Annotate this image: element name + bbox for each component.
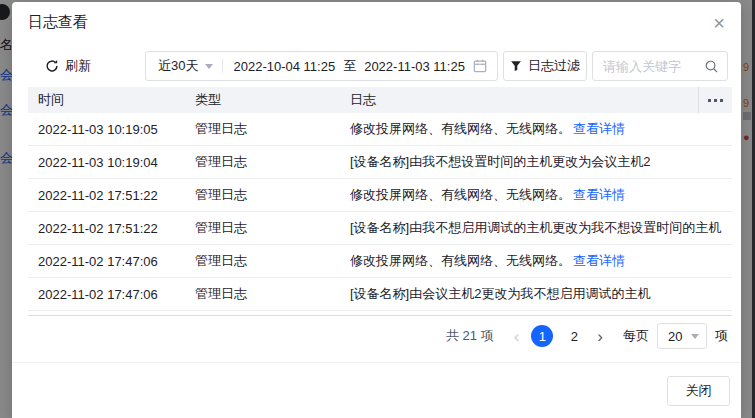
table-row: 2022-11-03 10:19:05 管理日志 修改投屏网络、有线网络、无线网… [28,113,732,146]
search-input[interactable] [603,59,704,74]
log-filter-button[interactable]: 日志过滤 [503,51,587,81]
date-to-value[interactable]: 2022-11-03 11:25 [364,59,465,74]
page-size-select[interactable]: 20 [657,323,707,349]
page-1-button[interactable]: 1 [531,325,553,347]
search-icon[interactable] [704,59,719,74]
search-box [592,51,728,81]
cell-time: 2022-11-02 17:51:22 [28,221,185,236]
divider [222,59,223,73]
prev-page-button[interactable]: ‹ [510,328,524,345]
cell-type: 管理日志 [185,219,340,237]
unit-label: 项 [715,327,728,345]
cell-type: 管理日志 [185,186,340,204]
table-row: 2022-11-02 17:51:22 管理日志 修改投屏网络、有线网络、无线网… [28,179,732,212]
cell-time: 2022-11-03 10:19:05 [28,122,185,137]
cell-log: 修改投屏网络、有线网络、无线网络。查看详情 [340,186,732,204]
log-text: 修改投屏网络、有线网络、无线网络。 [350,187,571,202]
table-body: 2022-11-03 10:19:05 管理日志 修改投屏网络、有线网络、无线网… [28,113,732,311]
dialog-close-icon[interactable]: × [705,9,733,37]
cell-time: 2022-11-02 17:47:06 [28,287,185,302]
filter-label: 日志过滤 [528,57,580,75]
table-row: 2022-11-03 10:19:04 管理日志 [设备名称]由我不想设置时间的… [28,146,732,179]
log-text: 修改投屏网络、有线网络、无线网络。 [350,121,571,136]
table-row: 2022-11-02 17:47:06 管理日志 [设备名称]由会议主机2更改为… [28,278,732,311]
cell-log: 修改投屏网络、有线网络、无线网络。查看详情 [340,252,732,270]
cell-time: 2022-11-02 17:51:22 [28,188,185,203]
cell-time: 2022-11-03 10:19:04 [28,155,185,170]
dialog-title: 日志查看 [28,13,88,32]
per-page-label: 每页 [623,327,649,345]
page-size-value: 20 [668,329,682,344]
date-from-value[interactable]: 2022-10-04 11:25 [233,59,335,74]
column-header-type: 类型 [185,91,340,109]
cell-log: 修改投屏网络、有线网络、无线网络。查看详情 [340,120,732,138]
cell-log: [设备名称]由我不想启用调试的主机更改为我不想设置时间的主机 [340,219,732,237]
total-count: 共 21 项 [446,327,494,345]
dialog-footer: 关闭 [12,362,741,418]
refresh-label: 刷新 [65,57,91,75]
table-row: 2022-11-02 17:47:06 管理日志 修改投屏网络、有线网络、无线网… [28,245,732,278]
cell-log: [设备名称]由我不想设置时间的主机更改为会议主机2 [340,153,732,171]
date-range-control: 近30天 2022-10-04 11:25 至 2022-11-03 11:25 [145,51,498,81]
view-details-link[interactable]: 查看详情 [573,253,625,268]
ellipsis-icon [708,99,723,102]
cell-type: 管理日志 [185,153,340,171]
close-button[interactable]: 关闭 [667,376,730,406]
cell-log: [设备名称]由会议主机2更改为我不想启用调试的主机 [340,285,732,303]
pagination: 共 21 项 ‹ 1 2 › 每页 20 项 [446,322,728,350]
toolbar: 刷新 近30天 2022-10-04 11:25 至 2022-11-03 11… [12,51,741,81]
log-text: [设备名称]由我不想启用调试的主机更改为我不想设置时间的主机 [350,220,721,235]
to-label: 至 [343,57,356,75]
log-text: [设备名称]由我不想设置时间的主机更改为会议主机2 [350,154,650,169]
log-table: 时间 类型 日志 2022-11-03 10:19:05 管理日志 修改投屏网络… [28,87,732,316]
view-details-link[interactable]: 查看详情 [573,121,625,136]
column-header-log: 日志 [340,91,732,109]
refresh-button[interactable]: 刷新 [45,51,91,81]
refresh-icon [45,59,59,73]
cell-type: 管理日志 [185,120,340,138]
column-settings-button[interactable] [698,87,732,113]
table-header: 时间 类型 日志 [28,87,732,113]
table-row: 2022-11-02 17:51:22 管理日志 [设备名称]由我不想启用调试的… [28,212,732,245]
cell-type: 管理日志 [185,285,340,303]
range-preset-label: 近30天 [158,57,198,75]
log-viewer-dialog: 日志查看 × 刷新 近30天 2022-10-04 11:25 至 2022-1… [12,2,741,418]
next-page-button[interactable]: › [593,328,607,345]
cell-type: 管理日志 [185,252,340,270]
column-header-time: 时间 [28,91,185,109]
cell-time: 2022-11-02 17:47:06 [28,254,185,269]
filter-icon [510,60,522,72]
page-2-button[interactable]: 2 [563,325,585,347]
view-details-link[interactable]: 查看详情 [573,187,625,202]
chevron-down-icon [691,334,699,339]
range-preset-select[interactable]: 近30天 [158,57,213,75]
chevron-down-icon [205,64,213,69]
log-text: 修改投屏网络、有线网络、无线网络。 [350,253,571,268]
calendar-icon[interactable] [473,59,487,73]
log-text: [设备名称]由会议主机2更改为我不想启用调试的主机 [350,286,650,301]
